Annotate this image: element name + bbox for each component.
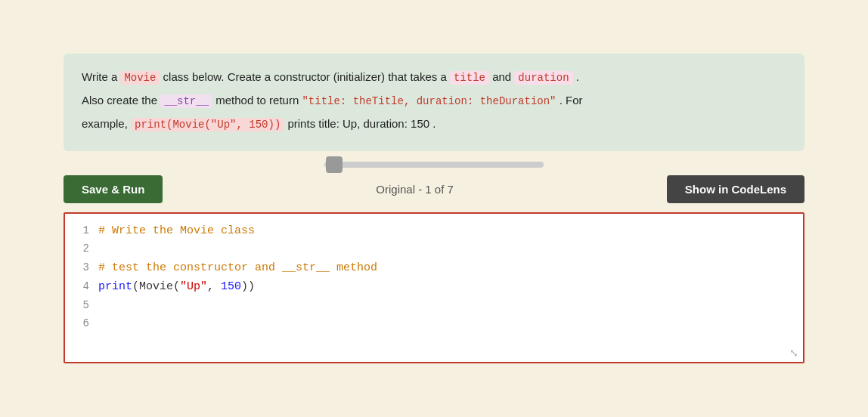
- instruction-text-1: Write a: [82, 70, 120, 83]
- save-run-button[interactable]: Save & Run: [64, 175, 163, 203]
- line-number-6: 6: [71, 315, 89, 333]
- str-highlight: __str__: [160, 94, 212, 108]
- instruction-line2: Also create the __str__ method to return…: [82, 91, 786, 111]
- code-line-1: 1 # Write the Movie class: [65, 221, 803, 241]
- instruction-text-9: prints: [287, 117, 318, 130]
- duration-highlight: duration: [514, 71, 572, 85]
- original-label: Original - 1 of 7: [178, 183, 651, 196]
- instruction-text-3: and: [492, 70, 514, 83]
- line-number-5: 5: [71, 297, 89, 315]
- instruction-line1: Write a Movie class below. Create a cons…: [82, 67, 786, 88]
- toolbar: Save & Run Original - 1 of 7 Show in Cod…: [64, 175, 804, 203]
- code-line-4: 4 print(Movie("Up", 150)): [65, 277, 803, 297]
- code-line-2: 2: [65, 240, 803, 258]
- slider-thumb[interactable]: [326, 156, 343, 173]
- output-text: title: Up, duration: 150: [318, 117, 429, 130]
- code-line-5: 5: [65, 297, 803, 315]
- line-number-1: 1: [71, 222, 89, 240]
- line-number-2: 2: [71, 240, 89, 258]
- code-content-4: print(Movie("Up", 150)): [98, 277, 255, 297]
- main-container: Write a Movie class below. Create a cons…: [64, 54, 804, 363]
- instruction-text-7: . For: [560, 94, 583, 107]
- instruction-box: Write a Movie class below. Create a cons…: [64, 54, 804, 150]
- code-line-6: 6: [65, 315, 803, 333]
- instruction-text-8: example,: [82, 117, 131, 130]
- instruction-text-2: class below. Create a constructor (initi…: [163, 70, 450, 83]
- code-editor[interactable]: 1 # Write the Movie class 2 3 # test the…: [64, 212, 804, 363]
- code-line-3: 3 # test the constructor and __str__ met…: [65, 258, 803, 278]
- movie-highlight: Movie: [120, 71, 160, 85]
- instruction-text-10: .: [432, 117, 436, 130]
- code-content-1: # Write the Movie class: [98, 221, 255, 241]
- resize-handle-icon[interactable]: ⤡: [789, 347, 798, 359]
- line-number-3: 3: [71, 259, 89, 277]
- instruction-text-6: method to return: [215, 94, 302, 107]
- instruction-line3: example, print(Movie("Up", 150)) prints …: [82, 114, 786, 134]
- code-content-3: # test the constructor and __str__ metho…: [98, 258, 377, 278]
- title-highlight: title: [450, 71, 489, 85]
- example-code-highlight: print(Movie("Up", 150)): [131, 118, 284, 131]
- instruction-text-5: Also create the: [82, 94, 160, 107]
- slider-container: [64, 162, 804, 168]
- line-number-4: 4: [71, 278, 89, 296]
- instruction-text-4: .: [576, 70, 579, 83]
- codelens-button[interactable]: Show in CodeLens: [667, 175, 804, 203]
- return-str-highlight: "title: theTitle, duration: theDuration": [302, 95, 556, 107]
- slider-track[interactable]: [324, 162, 544, 168]
